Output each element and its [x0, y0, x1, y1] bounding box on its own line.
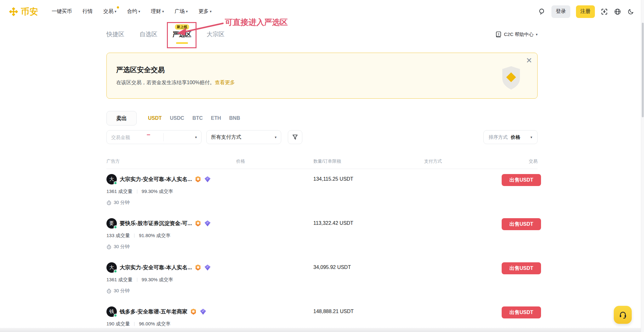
- nav-buy-crypto[interactable]: 一键买币: [52, 8, 72, 15]
- payment-cell: [424, 218, 502, 257]
- nav-futures[interactable]: 合约▾: [127, 8, 140, 15]
- chevron-down-icon[interactable]: ▾: [195, 136, 201, 139]
- advertiser-name[interactable]: 大宗实力-安全可靠-本人实名...: [120, 176, 192, 183]
- tab-favorites-zone[interactable]: 自选区: [140, 30, 157, 38]
- amount-cell: 134,115.25 USDT: [313, 174, 424, 213]
- search-icon[interactable]: [538, 8, 546, 15]
- see-more-link[interactable]: 查看更多: [215, 80, 235, 85]
- advertiser-name[interactable]: 钱多多-安全靠谱-五年老商家: [120, 308, 187, 315]
- nav-more[interactable]: 更多▾: [198, 8, 212, 15]
- svg-text:?: ?: [498, 33, 500, 36]
- completion-rate: 99.30% 成交率: [142, 277, 173, 283]
- price-cell: [236, 174, 313, 213]
- offer-row: 大 大宗实力-安全可靠-本人实名... 1361 成交量 99.30% 成交率 …: [106, 257, 538, 301]
- online-status-dot: [114, 270, 117, 273]
- payment-method-dropdown[interactable]: 所有支付方式 ▾: [206, 130, 281, 144]
- sell-usdt-button[interactable]: 出售USDT: [502, 262, 541, 274]
- advertiser-stats: 1361 成交量 99.30% 成交率: [106, 277, 236, 283]
- trade-cell: 出售USDT: [502, 174, 541, 213]
- payment-time-limit: 30 分钟: [106, 200, 236, 206]
- advertiser-cell: 要 要快乐-股市证券沉淀资金-可... 133 成交量 91.80% 成交率 3…: [106, 218, 236, 257]
- avatar-initial: 钱: [109, 309, 114, 315]
- dark-mode-moon-icon[interactable]: [627, 8, 635, 15]
- payment-time-limit: 30 分钟: [106, 244, 236, 250]
- price-cell: [236, 218, 313, 257]
- sell-toggle-button[interactable]: 卖出: [106, 111, 137, 125]
- trade-side-row: 卖出 USDT USDC BTC ETH BNB: [106, 111, 538, 125]
- offer-row: 钱 钱多多-安全靠谱-五年老商家 190 成交量 96.00% 成交率 30 分…: [106, 301, 538, 332]
- header-actions: 登录 注册: [538, 5, 635, 18]
- avatar[interactable]: 要: [106, 218, 117, 229]
- asset-tab-usdc[interactable]: USDC: [170, 115, 184, 121]
- nav-square[interactable]: 广场▾: [175, 8, 188, 15]
- asset-tab-usdt[interactable]: USDT: [148, 115, 162, 121]
- chevron-down-icon: ▾: [275, 136, 276, 139]
- avatar[interactable]: 大: [106, 174, 117, 184]
- col-limit: 数量/订单限额: [313, 159, 424, 164]
- nav-earn[interactable]: 理财▾: [151, 8, 164, 15]
- online-status-dot: [114, 181, 117, 185]
- tab-express-zone[interactable]: 快捷区: [106, 30, 124, 38]
- asset-tab-btc[interactable]: BTC: [192, 115, 203, 121]
- nav-markets[interactable]: 行情: [83, 8, 93, 15]
- advertiser-name[interactable]: 大宗实力-安全可靠-本人实名...: [120, 264, 192, 271]
- c2c-help-center[interactable]: ? C2C 帮助中心 ▾: [495, 31, 538, 38]
- payment-cell: [424, 174, 502, 213]
- clock-icon: [106, 288, 111, 294]
- amount-input[interactable]: [107, 135, 163, 140]
- banner-description: 在该区交易，若资金发生冻结享100%赔付。查看更多: [116, 79, 537, 86]
- advertiser-name[interactable]: 要快乐-股市证券沉淀资金-可...: [120, 220, 192, 227]
- divider: [163, 133, 164, 141]
- tab-curated-zone[interactable]: 新上线 严选区: [173, 30, 191, 39]
- completion-rate: 96.00% 成交率: [139, 321, 170, 327]
- sort-dropdown[interactable]: 排序方式 价格 ▾: [483, 130, 538, 144]
- payment-time-limit: 30 分钟: [106, 288, 236, 294]
- advertiser-stats: 190 成交量 96.00% 成交率: [106, 321, 236, 327]
- amount-filter: ▾: [106, 130, 202, 144]
- clock-icon: [106, 200, 111, 205]
- advanced-filter-button[interactable]: [288, 130, 302, 144]
- avatar-initial: 要: [109, 220, 114, 226]
- avatar[interactable]: 钱: [106, 306, 117, 317]
- amount-cell: 34,095.92 USDT: [313, 262, 424, 301]
- offer-row: 要 要快乐-股市证券沉淀资金-可... 133 成交量 91.80% 成交率 3…: [106, 213, 538, 257]
- download-app-icon[interactable]: [601, 8, 608, 15]
- page-scrollbar[interactable]: [641, 0, 644, 332]
- binance-logo[interactable]: 币安: [9, 6, 38, 17]
- funnel-icon: [292, 134, 298, 140]
- filter-row: ▾ 所有支付方式 ▾ 排序方式 价格 ▾: [106, 130, 538, 144]
- login-button[interactable]: 登录: [551, 5, 570, 18]
- asset-tab-eth[interactable]: ETH: [211, 115, 221, 121]
- register-button[interactable]: 注册: [576, 5, 595, 18]
- payment-cell: [424, 262, 502, 301]
- divider: [137, 278, 137, 282]
- scrollbar-thumb[interactable]: [642, 23, 644, 117]
- advertiser-stats: 133 成交量 91.80% 成交率: [106, 233, 236, 239]
- col-advertiser: 广告方: [106, 159, 236, 164]
- offer-row: 大 大宗实力-安全可靠-本人实名... 1361 成交量 99.30% 成交率 …: [106, 169, 538, 213]
- verified-badge-icon: [205, 220, 211, 226]
- avatar-initial: 大: [109, 176, 114, 182]
- annotation-label: 可直接进入严选区: [225, 17, 288, 27]
- language-globe-icon[interactable]: [614, 8, 621, 15]
- sell-usdt-button[interactable]: 出售USDT: [502, 174, 541, 186]
- sell-usdt-button[interactable]: 出售USDT: [502, 218, 541, 230]
- chevron-down-icon: ▾: [115, 10, 117, 13]
- completion-rate: 99.30% 成交率: [142, 189, 173, 195]
- gold-merchant-badge-icon: [196, 220, 201, 226]
- fiat-loading-dash: [147, 134, 150, 135]
- tab-block-zone[interactable]: 大宗区: [207, 30, 225, 38]
- nav-trade[interactable]: 交易▾: [103, 8, 117, 15]
- available-amount: 148,888.21 USDT: [313, 309, 354, 314]
- zone-tabs: 快捷区 自选区 新上线 严选区 大宗区 ? C2C 帮助中心 ▾: [106, 23, 538, 46]
- avatar-initial: 大: [109, 265, 114, 271]
- available-amount: 34,095.92 USDT: [313, 265, 351, 270]
- close-icon[interactable]: ✕: [526, 57, 532, 64]
- order-count: 1361 成交量: [106, 189, 133, 195]
- sell-usdt-button[interactable]: 出售USDT: [502, 306, 541, 318]
- shield-badge-icon: [501, 66, 521, 90]
- advertiser-stats: 1361 成交量 99.30% 成交率: [106, 189, 236, 195]
- asset-tab-bnb[interactable]: BNB: [229, 115, 240, 121]
- customer-support-chat-button[interactable]: [614, 306, 632, 324]
- avatar[interactable]: 大: [106, 262, 117, 273]
